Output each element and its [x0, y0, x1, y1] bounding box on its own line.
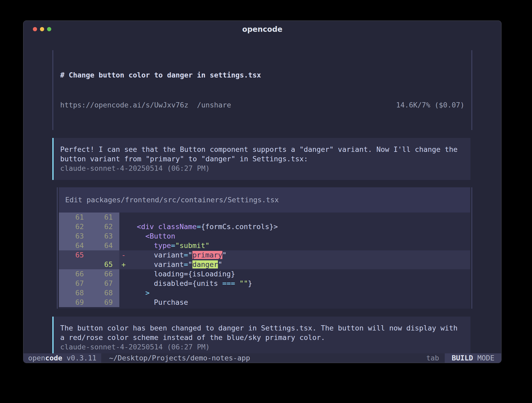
diff-row: 6969 Purchase	[59, 298, 470, 307]
diff-code-line: >	[128, 288, 470, 298]
diff-row: 6767 disabled={units === ""}	[59, 279, 470, 288]
code-token	[154, 223, 158, 231]
line-number-new: 66	[84, 269, 113, 279]
diff-row: 6262 <div className={formCs.controls}>	[59, 222, 470, 231]
message-text-line: Perfect! I can see that the Button compo…	[60, 145, 464, 154]
message-text-line: a red/rose color scheme instead of the b…	[60, 333, 464, 342]
diff-gutter: 6868	[59, 288, 119, 298]
diff-code-line: Purchase	[128, 298, 470, 307]
window-title: opencode	[23, 25, 501, 34]
code-token: className	[158, 223, 197, 231]
line-number-old	[59, 260, 84, 269]
diff-code-line: variant="danger"	[128, 260, 470, 269]
diff-gutter: 6969	[59, 298, 119, 307]
opencode-window: opencode # Change button color to danger…	[23, 20, 502, 363]
line-number-new: 67	[84, 279, 113, 288]
code-token: =	[184, 251, 188, 259]
line-number-new: 69	[84, 298, 113, 307]
line-number-old: 68	[59, 288, 84, 298]
model-timestamp: claude-sonnet-4-20250514 (06:27 PM)	[60, 164, 464, 173]
edit-right-border	[471, 187, 472, 309]
line-number-new	[84, 250, 113, 260]
session-content: # Change button color to danger in setti…	[23, 38, 501, 353]
code-token: variant	[154, 260, 184, 268]
code-token: ""	[239, 279, 248, 287]
code-token	[235, 279, 239, 287]
line-number-new: 61	[84, 213, 113, 222]
diff-row: 65- variant="primary"	[59, 250, 470, 260]
diff-gutter: 6464	[59, 241, 119, 250]
session-header: # Change button color to danger in setti…	[52, 50, 472, 130]
diff-row: 6868 >	[59, 288, 470, 298]
model-timestamp: claude-sonnet-4-20250514 (06:27 PM)	[60, 342, 464, 352]
title-bar[interactable]: opencode	[23, 21, 501, 38]
diff-marker	[119, 298, 128, 307]
code-token: "	[218, 260, 222, 268]
line-number-new: 63	[84, 231, 113, 241]
diff-marker	[119, 288, 128, 298]
code-token	[128, 232, 145, 240]
mode-toggle[interactable]: BUILD MODE	[445, 353, 501, 363]
diff-row: 6161	[59, 213, 470, 222]
code-token: "submit"	[175, 241, 209, 250]
line-number-old: 65	[59, 250, 84, 260]
diff-gutter: 6161	[59, 213, 119, 222]
diff-row: 6464 type="submit"	[59, 241, 470, 250]
diff-marker	[119, 241, 128, 250]
line-number-new: 68	[84, 288, 113, 298]
code-token: Purchase	[128, 298, 188, 306]
code-token: danger	[192, 260, 218, 268]
diff-gutter: 6262	[59, 222, 119, 231]
diff-marker	[119, 279, 128, 288]
line-number-new: 64	[84, 241, 113, 250]
line-number-old: 64	[59, 241, 84, 250]
token-cost-stats: 14.6K/7% ($0.07)	[396, 100, 464, 110]
diff-code-line: type="submit"	[128, 241, 470, 250]
diff-code-line: disabled={units === ""}	[128, 279, 470, 288]
diff-gutter: 65	[59, 250, 119, 260]
code-token: loading={isLoading}	[128, 270, 235, 278]
code-token	[128, 251, 154, 259]
assistant-message: The button color has been changed to dan…	[52, 317, 470, 353]
diff-row: 6363 <Button	[59, 231, 470, 241]
status-bar: opencode v0.3.11 ~/Desktop/Projects/demo…	[23, 353, 501, 363]
line-number-old: 66	[59, 269, 84, 279]
diff-gutter: 6767	[59, 279, 119, 288]
code-token: ===	[222, 279, 235, 287]
app-version-badge: opencode v0.3.11	[23, 353, 101, 363]
unshare-command[interactable]: /unshare	[197, 100, 231, 110]
line-number-old: 61	[59, 213, 84, 222]
share-url-link[interactable]: https://opencode.ai/s/UwJxv76z	[60, 100, 188, 110]
diff-code-line	[128, 213, 470, 222]
diff-gutter: 6666	[59, 269, 119, 279]
message-text-line: button variant from "primary" to "danger…	[60, 154, 464, 164]
code-token: variant	[154, 251, 184, 259]
line-number-new: 62	[84, 222, 113, 231]
line-number-old: 62	[59, 222, 84, 231]
app-version: v0.3.11	[62, 354, 96, 362]
mode-label-rest: MODE	[473, 354, 494, 362]
diff-code-line: <div className={formCs.controls}>	[128, 222, 470, 231]
code-token: disabled={units	[128, 279, 222, 287]
code-token: }	[248, 279, 252, 287]
session-title: # Change button color to danger in setti…	[60, 70, 464, 80]
code-token: =	[184, 260, 188, 268]
diff-row: 65+ variant="danger"	[59, 260, 470, 269]
diff-marker	[119, 213, 128, 222]
code-token: type	[154, 241, 171, 250]
code-token: =	[171, 241, 175, 250]
diff-gutter: 6363	[59, 231, 119, 241]
diff-marker	[119, 269, 128, 279]
mode-label-bold: BUILD	[452, 354, 473, 362]
zoom-button[interactable]	[47, 27, 51, 31]
app-name-code: code	[45, 354, 62, 362]
minimize-button[interactable]	[40, 27, 44, 31]
close-button[interactable]	[33, 27, 37, 31]
header-right-border	[471, 50, 472, 130]
line-number-old: 69	[59, 298, 84, 307]
code-token: >	[145, 289, 150, 297]
code-token: "	[222, 251, 227, 259]
line-number-old: 67	[59, 279, 84, 288]
working-directory: ~/Desktop/Projects/demo-notes-app	[101, 353, 250, 363]
diff-gutter: 65	[59, 260, 119, 269]
